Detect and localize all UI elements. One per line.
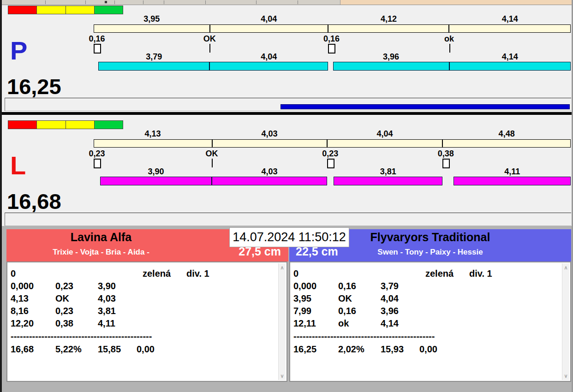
results-row: 12,200,384,11 [7, 318, 277, 331]
split-divider [442, 139, 443, 148]
strip-divider [256, 0, 257, 4]
separator-dashes: ----------------------------------------… [293, 331, 435, 342]
changeover-markers [94, 159, 571, 168]
results-table-left[interactable]: 0zelenádiv. 10,0000,233,904,13OK4,038,16… [6, 261, 287, 382]
cumulative-time: 4,13 [11, 293, 29, 304]
changeover-time: 0,23 [55, 306, 73, 316]
heat-number: 0 [11, 268, 16, 279]
scoreboard-section: Lavina Alfa Trixie - Vojta - Bria - Aida… [0, 226, 573, 392]
scrollbar[interactable]: ∧∨ [278, 263, 286, 380]
split-time-labels: 4,134,034,044,48 [94, 129, 571, 138]
strip-divider [45, 0, 46, 4]
traffic-light-segment-2 [66, 6, 94, 14]
division-label: div. 1 [469, 268, 492, 279]
run-segment [334, 177, 442, 185]
strip-divider [205, 0, 206, 4]
traffic-light-segment-3 [94, 6, 123, 14]
team-name-left: Lavina Alfa [6, 231, 196, 244]
run-segment [449, 62, 571, 71]
division-label: div. 1 [186, 268, 209, 279]
split-divider [209, 24, 210, 33]
traffic-light-bar [8, 6, 123, 14]
changeover-labels: 0,16OK0,16ok [94, 34, 571, 43]
penalty-time: 0,00 [419, 344, 437, 355]
run-segment [98, 62, 209, 71]
window-top-strip [0, 0, 573, 5]
traffic-light-segment-1 [36, 121, 65, 129]
split-divider [212, 139, 213, 148]
traffic-light-segment-2 [66, 121, 94, 129]
changeover-label: ok [444, 34, 454, 44]
lane-total-time: 16,25 [7, 74, 61, 100]
separator-dashes: ----------------------------------------… [11, 331, 152, 342]
lane-total-time: 16,68 [7, 189, 61, 214]
lane-panel-L: 4,134,034,044,480,23OK0,230,383,904,033,… [0, 115, 573, 226]
results-row: 3,95OK4,04 [290, 293, 561, 306]
cumulative-time: 12,11 [293, 318, 316, 329]
changeover-time: 0,16 [338, 306, 356, 316]
cumulative-time: 7,99 [293, 306, 311, 316]
scrollbar-up-icon[interactable]: ∧ [562, 264, 569, 271]
changeover-markers [94, 44, 571, 53]
totals-row: 16,252,02%15,930,00 [290, 344, 561, 356]
strip-right-area [340, 0, 573, 5]
changeover-label: OK [203, 34, 216, 44]
split-divider [327, 139, 328, 148]
changeover-label: OK [206, 149, 218, 159]
split-time-label: 4,13 [144, 129, 161, 139]
strip-divider [164, 0, 164, 4]
run-time-label: 4,14 [502, 52, 518, 62]
scrollbar-down-icon[interactable]: ∨ [562, 373, 569, 379]
run-time-labels: 3,904,033,814,11 [94, 167, 571, 176]
lane-status-strip [5, 213, 571, 226]
total-time: 16,68 [11, 344, 34, 355]
strip-divider [298, 0, 298, 4]
lane-panel-P: 3,954,044,124,140,16OK0,16ok3,794,043,96… [0, 5, 573, 112]
lane-letter: L [10, 153, 26, 178]
run-segment [212, 177, 327, 185]
split-time-label: 4,14 [502, 14, 518, 24]
scrollbar-up-icon[interactable]: ∧ [279, 264, 286, 271]
team-dogs-left: Trixie - Vojta - Bria - Aida - [6, 248, 196, 257]
lane-panel-content: 4,134,034,044,480,23OK0,230,383,904,033,… [0, 119, 573, 226]
split-time-label: 4,12 [381, 14, 397, 24]
results-row: 0,0000,233,90 [7, 281, 277, 293]
run-time: 4,14 [381, 318, 399, 329]
run-segment [333, 62, 449, 71]
run-time-label: 3,90 [148, 167, 164, 177]
changeover-tick [209, 44, 210, 53]
panel-divider [0, 112, 573, 115]
traffic-light-segment-3 [94, 121, 123, 129]
run-timeline-bar [94, 177, 571, 185]
changeover-time: 0,16 [338, 281, 356, 291]
totals-row: 16,685,22%15,850,00 [7, 344, 277, 356]
lane-panel-content: 3,954,044,124,140,16OK0,16ok3,794,043,96… [0, 5, 573, 112]
results-table-right[interactable]: 0zelenádiv. 10,0000,163,793,95OK4,047,99… [289, 261, 571, 382]
run-time-labels: 3,794,043,964,14 [94, 52, 571, 61]
results-row: 12,11ok4,14 [290, 318, 561, 331]
status-label: zelená [143, 268, 171, 279]
lost-time-percent: 5,22% [55, 344, 82, 355]
lane-status-strip [5, 98, 571, 111]
split-time-label: 4,03 [261, 129, 277, 139]
lane-letter: P [10, 38, 27, 64]
changeover-tick [449, 44, 450, 53]
changeover-tick [212, 159, 213, 167]
run-segment [209, 62, 328, 71]
results-row: 4,13OK4,03 [7, 293, 277, 306]
split-divider [448, 24, 449, 33]
strip-divider [85, 0, 86, 4]
run-time: 3,96 [381, 306, 399, 316]
cumulative-time: 0,000 [293, 281, 316, 291]
strip-divider [143, 0, 143, 4]
scrollbar-down-icon[interactable]: ∨ [279, 373, 286, 379]
lane-progress-bar [281, 104, 570, 109]
cumulative-time: 3,95 [293, 293, 311, 304]
changeover-label: 0,23 [89, 149, 105, 159]
traffic-light-segment-0 [8, 121, 36, 129]
split-time-label: 3,95 [143, 14, 160, 24]
changeover-label: 0,16 [89, 34, 105, 44]
run-segment [100, 177, 212, 185]
split-time-label: 4,48 [499, 129, 515, 139]
scrollbar[interactable]: ∧∨ [562, 263, 569, 380]
